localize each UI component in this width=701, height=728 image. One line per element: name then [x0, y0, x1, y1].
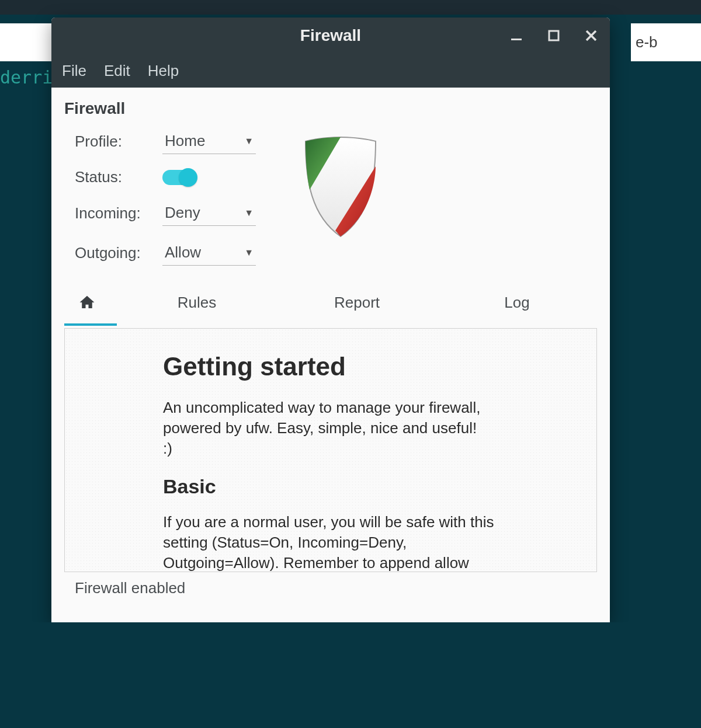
incoming-value: Deny [165, 204, 200, 222]
status-toggle[interactable] [162, 170, 196, 185]
terminal-tab-right: e-b [631, 23, 701, 61]
tab-right-text: e-b [636, 33, 658, 51]
outgoing-label: Outgoing: [75, 244, 162, 262]
content-h1: Getting started [163, 352, 573, 381]
tabs: Rules Report Log [64, 285, 597, 326]
content-p2: If you are a normal user, you will be sa… [163, 512, 502, 572]
content-h2: Basic [163, 475, 573, 498]
svg-rect-1 [549, 31, 558, 40]
svg-rect-0 [511, 39, 522, 40]
tab-log[interactable]: Log [437, 285, 597, 326]
home-icon [78, 294, 96, 311]
menubar: File Edit Help [51, 54, 610, 88]
outgoing-dropdown[interactable]: Allow ▼ [162, 240, 256, 266]
close-button[interactable] [583, 27, 599, 44]
firewall-window: Firewall File Edit Help Firewall Profile… [51, 18, 610, 622]
chevron-down-icon: ▼ [244, 136, 254, 147]
menu-file[interactable]: File [62, 62, 86, 80]
desktop-panel [0, 0, 701, 15]
desktop-background-bottom [0, 622, 701, 728]
tab-home[interactable] [64, 285, 117, 326]
close-icon [585, 29, 598, 42]
status-label: Status: [75, 168, 162, 186]
menu-edit[interactable]: Edit [104, 62, 130, 80]
terminal-prompt: derri [0, 67, 53, 88]
profile-value: Home [165, 132, 205, 150]
minimize-button[interactable] [508, 27, 525, 44]
outgoing-value: Allow [165, 243, 201, 262]
profile-dropdown[interactable]: Home ▼ [162, 128, 256, 154]
statusbar: Firewall enabled [64, 572, 597, 607]
settings-row: Profile: Home ▼ Status: Incoming: Deny ▼… [64, 128, 597, 266]
tab-rules[interactable]: Rules [117, 285, 277, 326]
tab-report[interactable]: Report [277, 285, 437, 326]
toggle-knob [179, 168, 197, 187]
window-controls [508, 18, 599, 54]
titlebar: Firewall [51, 18, 610, 54]
section-title: Firewall [64, 99, 597, 118]
maximize-button[interactable] [546, 27, 562, 44]
settings-grid: Profile: Home ▼ Status: Incoming: Deny ▼… [64, 128, 256, 266]
incoming-dropdown[interactable]: Deny ▼ [162, 200, 256, 226]
content-frame: Getting started An uncomplicated way to … [64, 328, 597, 572]
menu-help[interactable]: Help [148, 62, 179, 80]
maximize-icon [548, 30, 560, 41]
chevron-down-icon: ▼ [244, 208, 254, 218]
window-title: Firewall [300, 26, 361, 45]
shield-icon [297, 134, 384, 242]
content-p1: An uncomplicated way to manage your fire… [163, 398, 490, 459]
terminal-tab-left [0, 23, 53, 61]
profile-label: Profile: [75, 133, 162, 151]
minimize-icon [510, 29, 523, 42]
incoming-label: Incoming: [75, 204, 162, 222]
status-toggle-cell [162, 170, 256, 185]
window-body: Firewall Profile: Home ▼ Status: Incomin… [51, 88, 610, 622]
chevron-down-icon: ▼ [244, 248, 254, 258]
